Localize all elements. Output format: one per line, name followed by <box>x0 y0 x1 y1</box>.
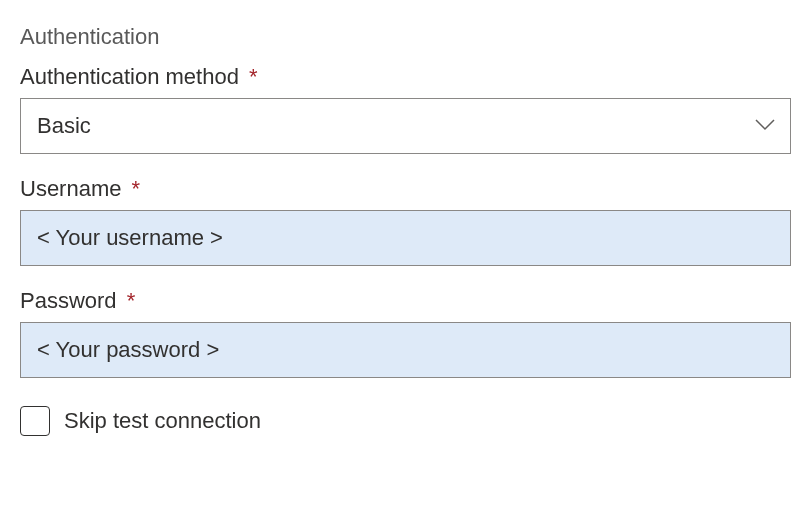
authentication-section: Authentication Authentication method * U… <box>20 24 791 436</box>
section-title: Authentication <box>20 24 791 50</box>
auth-method-label-text: Authentication method <box>20 64 239 89</box>
password-label: Password * <box>20 288 791 314</box>
required-asterisk: * <box>132 176 141 201</box>
auth-method-select[interactable] <box>20 98 791 154</box>
password-label-text: Password <box>20 288 117 313</box>
skip-test-connection-label[interactable]: Skip test connection <box>64 408 261 434</box>
required-asterisk: * <box>249 64 258 89</box>
username-field[interactable] <box>20 210 791 266</box>
username-label-text: Username <box>20 176 121 201</box>
required-asterisk: * <box>127 288 136 313</box>
username-label: Username * <box>20 176 791 202</box>
auth-method-select-wrapper <box>20 98 791 154</box>
auth-method-label: Authentication method * <box>20 64 791 90</box>
password-field[interactable] <box>20 322 791 378</box>
skip-test-connection-checkbox[interactable] <box>20 406 50 436</box>
skip-test-connection-row: Skip test connection <box>20 406 791 436</box>
